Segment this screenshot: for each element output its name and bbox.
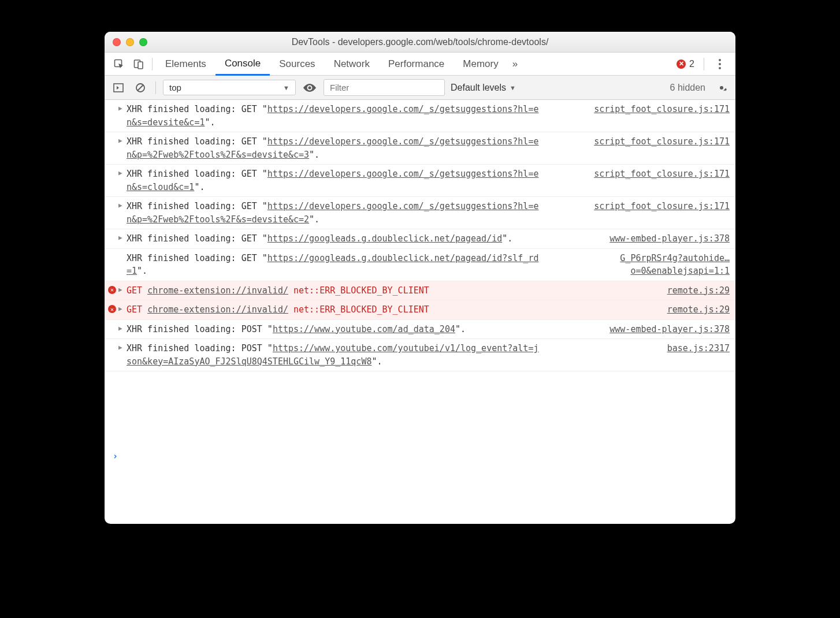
tab-memory[interactable]: Memory [454,53,507,76]
expand-caret-icon[interactable]: ▶ [118,304,127,314]
expand-caret-icon[interactable]: ▶ [118,104,127,114]
chevron-down-icon: ▼ [283,84,289,91]
expand-caret-icon[interactable]: ▶ [118,285,127,295]
log-message: XHR finished loading: POST "https://www.… [127,323,551,336]
expand-caret-icon[interactable]: ▶ [118,324,127,334]
log-message: XHR finished loading: GET "https://devel… [127,103,551,129]
log-row-xhr[interactable]: ▶XHR finished loading: GET "https://deve… [105,197,735,229]
minimize-button[interactable] [126,38,134,46]
context-value: top [169,83,181,92]
log-source-link[interactable]: base.js:2317 [551,342,730,355]
eye-icon[interactable] [302,80,318,96]
window-title: DevTools - developers.google.com/web/too… [105,37,735,47]
log-message: XHR finished loading: GET "https://devel… [127,167,551,193]
log-row-xhr[interactable]: ▶XHR finished loading: POST "https://www… [105,339,735,371]
separator [152,58,153,70]
log-row-xhr[interactable]: ▶XHR finished loading: GET "https://deve… [105,132,735,165]
log-row-xhr[interactable]: ▶XHR finished loading: GET "https://deve… [105,165,735,197]
context-selector[interactable]: top ▼ [163,80,296,95]
main-tabbar: Elements Console Sources Network Perform… [105,53,735,76]
log-row-xhr[interactable]: XHR finished loading: GET "https://googl… [105,249,735,281]
tabs-overflow[interactable]: » [508,53,522,76]
log-source-link[interactable]: script_foot_closure.js:171 [551,167,730,181]
error-icon: ✕ [108,286,118,294]
log-message: GET chrome-extension://invalid/ net::ERR… [127,284,551,297]
tab-sources[interactable]: Sources [270,53,324,76]
log-source-link[interactable]: script_foot_closure.js:171 [551,103,730,116]
zoom-button[interactable] [139,38,147,46]
log-source-link[interactable]: www-embed-player.js:378 [551,323,730,336]
log-message: XHR finished loading: POST "https://www.… [127,342,551,368]
log-source-link[interactable]: remote.js:29 [551,284,730,297]
separator [155,81,156,94]
gear-icon[interactable] [713,80,730,96]
sidebar-toggle-icon[interactable] [110,80,127,96]
level-label: Default levels [451,83,506,93]
console-toolbar: top ▼ Default levels ▼ 6 hidden [105,76,735,100]
console-prompt[interactable]: › [105,446,735,466]
log-source-link[interactable]: G_P6rpRSr4g?autohide…o=0&enablejsapi=1:1 [551,252,730,278]
devtools-window: DevTools - developers.google.com/web/too… [105,32,735,524]
log-message: XHR finished loading: GET "https://devel… [127,200,551,226]
console-log-area: ▶XHR finished loading: GET "https://deve… [105,100,735,524]
hidden-count[interactable]: 6 hidden [670,83,705,93]
error-count-badge[interactable]: ✕ 2 [677,59,694,69]
log-message: XHR finished loading: GET "https://googl… [127,252,551,278]
svg-rect-2 [138,62,143,69]
log-source-link[interactable]: script_foot_closure.js:171 [551,200,730,213]
tab-performance[interactable]: Performance [379,53,454,76]
clear-icon[interactable] [132,80,148,96]
log-row-xhr[interactable]: ▶XHR finished loading: POST "https://www… [105,320,735,340]
log-message: GET chrome-extension://invalid/ net::ERR… [127,303,551,317]
error-icon: ✕ [677,59,686,69]
expand-caret-icon[interactable]: ▶ [118,201,127,211]
error-icon: ✕ [108,305,118,313]
tab-console[interactable]: Console [215,53,270,76]
menu-icon[interactable] [713,59,726,69]
tab-network[interactable]: Network [325,53,379,76]
log-row-error[interactable]: ✕▶GET chrome-extension://invalid/ net::E… [105,300,735,320]
log-row-error[interactable]: ✕▶GET chrome-extension://invalid/ net::E… [105,281,735,301]
error-count: 2 [689,59,694,69]
chevron-down-icon: ▼ [510,84,516,91]
log-message: XHR finished loading: GET "https://googl… [127,232,551,245]
log-message: XHR finished loading: GET "https://devel… [127,135,551,161]
log-row-xhr[interactable]: ▶XHR finished loading: GET "https://goog… [105,229,735,249]
inspect-icon[interactable] [109,55,129,73]
expand-caret-icon[interactable]: ▶ [118,136,127,146]
expand-caret-icon[interactable]: ▶ [118,169,127,178]
close-button[interactable] [113,38,121,46]
expand-caret-icon[interactable]: ▶ [118,233,127,243]
separator [704,58,704,70]
log-source-link[interactable]: remote.js:29 [551,303,730,317]
device-toggle-icon[interactable] [129,55,148,73]
expand-caret-icon[interactable]: ▶ [118,343,127,353]
log-row-xhr[interactable]: ▶XHR finished loading: GET "https://deve… [105,100,735,132]
log-source-link[interactable]: script_foot_closure.js:171 [551,135,730,148]
traffic-lights [113,38,147,46]
titlebar: DevTools - developers.google.com/web/too… [105,32,735,53]
svg-line-5 [137,85,143,91]
log-level-selector[interactable]: Default levels ▼ [451,83,516,93]
tab-elements[interactable]: Elements [156,53,215,76]
svg-point-6 [309,86,311,89]
filter-input[interactable] [324,79,445,96]
log-source-link[interactable]: www-embed-player.js:378 [551,232,730,245]
